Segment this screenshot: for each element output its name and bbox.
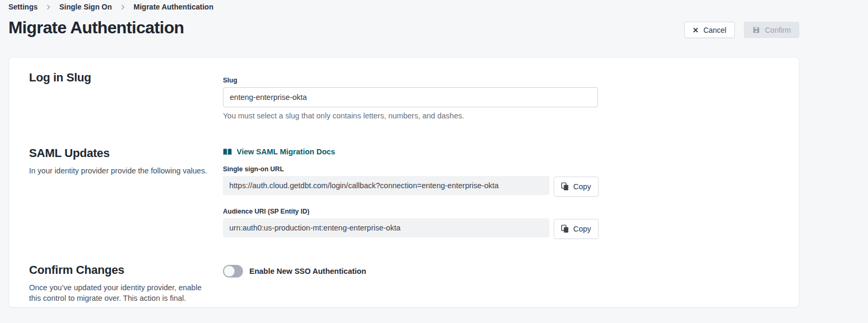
save-icon bbox=[752, 26, 760, 34]
copy-button-label: Copy bbox=[573, 225, 591, 233]
sso-url-field[interactable]: https://auth.cloud.getdbt.com/login/call… bbox=[223, 176, 549, 195]
confirm-button-label: Confirm bbox=[765, 26, 791, 34]
header-actions: ✕ Cancel Confirm bbox=[684, 22, 799, 38]
breadcrumb-item-single-sign-on[interactable]: Single Sign On bbox=[59, 3, 112, 11]
slug-helper-text: You must select a slug that only contain… bbox=[223, 112, 600, 120]
saml-updates-section: SAML Updates In your identity provider p… bbox=[29, 146, 799, 239]
book-icon bbox=[223, 148, 232, 156]
copy-button-label: Copy bbox=[573, 182, 591, 191]
saml-updates-description: In your identity provider provide the fo… bbox=[29, 165, 223, 176]
copy-audience-uri-button[interactable]: Copy bbox=[554, 219, 599, 239]
confirm-changes-description: Once you’ve updated your identity provid… bbox=[29, 282, 203, 304]
migrate-authentication-card: Log in Slug Slug You must select a slug … bbox=[8, 57, 799, 308]
slug-label: Slug bbox=[223, 77, 600, 84]
view-saml-migration-docs-link[interactable]: View SAML Migration Docs bbox=[223, 147, 600, 156]
breadcrumb: Settings Single Sign On Migrate Authenti… bbox=[8, 3, 213, 11]
enable-sso-toggle[interactable] bbox=[223, 265, 243, 278]
cancel-button-label: Cancel bbox=[703, 26, 726, 34]
chevron-right-icon bbox=[119, 4, 126, 11]
breadcrumb-item-settings[interactable]: Settings bbox=[8, 3, 38, 11]
sso-url-label: Single sign-on URL bbox=[223, 165, 600, 173]
confirm-changes-section: Confirm Changes Once you’ve updated your… bbox=[29, 263, 799, 304]
chevron-right-icon bbox=[45, 4, 52, 11]
confirm-button[interactable]: Confirm bbox=[744, 22, 799, 38]
saml-updates-heading: SAML Updates bbox=[29, 146, 223, 160]
page-title: Migrate Authentication bbox=[8, 18, 184, 38]
login-slug-heading: Log in Slug bbox=[29, 71, 223, 85]
toggle-knob bbox=[224, 266, 235, 276]
docs-link-label: View SAML Migration Docs bbox=[237, 147, 335, 156]
copy-sso-url-button[interactable]: Copy bbox=[554, 177, 599, 197]
confirm-changes-heading: Confirm Changes bbox=[29, 263, 223, 277]
audience-uri-label: Audience URI (SP Entity ID) bbox=[223, 208, 600, 215]
login-slug-section: Log in Slug Slug You must select a slug … bbox=[29, 71, 799, 120]
copy-icon bbox=[561, 182, 569, 191]
breadcrumb-item-migrate-authentication: Migrate Authentication bbox=[134, 3, 213, 11]
audience-uri-field[interactable]: urn:auth0:us-production-mt:enteng-enterp… bbox=[223, 218, 549, 237]
slug-input[interactable] bbox=[223, 87, 598, 107]
copy-icon bbox=[561, 225, 569, 233]
enable-sso-toggle-label: Enable New SSO Authentication bbox=[249, 267, 366, 275]
close-icon: ✕ bbox=[693, 26, 699, 34]
cancel-button[interactable]: ✕ Cancel bbox=[684, 22, 735, 38]
